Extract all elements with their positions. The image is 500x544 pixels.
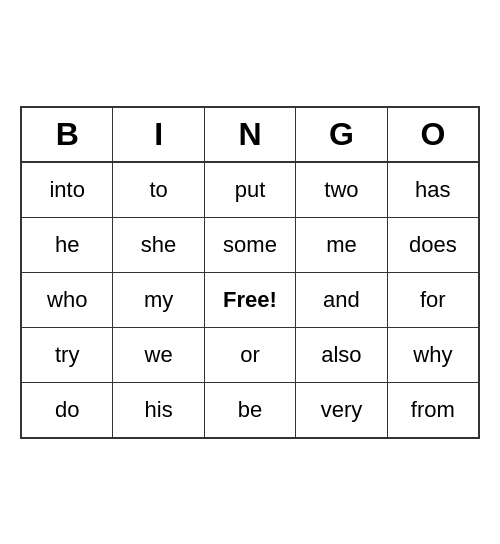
cell-2-3: and [296,273,387,327]
cell-3-3: also [296,328,387,382]
cell-1-1: she [113,218,204,272]
bingo-grid: into to put two has he she some me does … [22,163,478,437]
bingo-row: try we or also why [22,328,478,383]
cell-0-0: into [22,163,113,217]
cell-2-1: my [113,273,204,327]
cell-3-2: or [205,328,296,382]
bingo-card: B I N G O into to put two has he she som… [20,106,480,439]
cell-0-4: has [388,163,478,217]
cell-0-3: two [296,163,387,217]
cell-3-4: why [388,328,478,382]
cell-4-4: from [388,383,478,437]
header-o: O [388,108,478,161]
bingo-header: B I N G O [22,108,478,163]
header-b: B [22,108,113,161]
header-g: G [296,108,387,161]
cell-2-4: for [388,273,478,327]
cell-3-0: try [22,328,113,382]
header-n: N [205,108,296,161]
cell-1-0: he [22,218,113,272]
header-i: I [113,108,204,161]
cell-0-1: to [113,163,204,217]
bingo-row: he she some me does [22,218,478,273]
free-space: Free! [205,273,296,327]
bingo-row: who my Free! and for [22,273,478,328]
cell-2-0: who [22,273,113,327]
cell-3-1: we [113,328,204,382]
bingo-row: into to put two has [22,163,478,218]
cell-4-3: very [296,383,387,437]
cell-1-2: some [205,218,296,272]
bingo-row: do his be very from [22,383,478,437]
cell-4-0: do [22,383,113,437]
cell-4-2: be [205,383,296,437]
cell-4-1: his [113,383,204,437]
cell-0-2: put [205,163,296,217]
cell-1-4: does [388,218,478,272]
cell-1-3: me [296,218,387,272]
